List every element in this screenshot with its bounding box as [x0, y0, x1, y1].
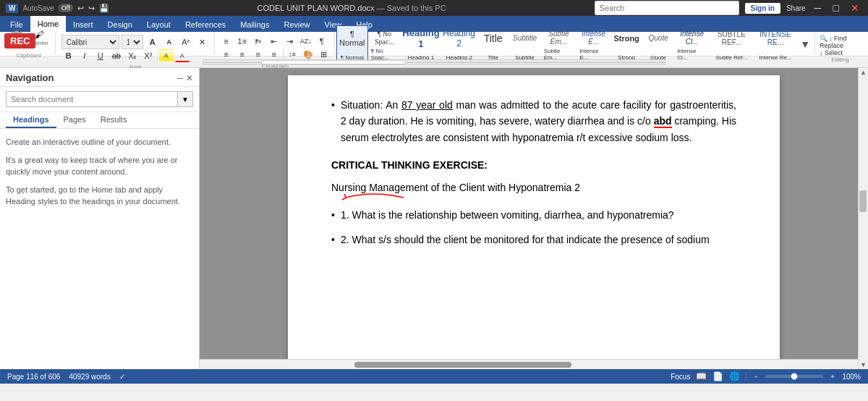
nav-tabs: Headings Pages Results: [0, 112, 199, 129]
style-subtle-ref[interactable]: Subtle Ref... Subtle Ref...: [710, 25, 754, 63]
style-no-spacing[interactable]: ¶ No Spac... ¶ No Spac...: [368, 25, 401, 63]
nav-panel-header: Navigation ─ ✕: [0, 68, 199, 87]
nav-body: Create an interactive outline of your do…: [0, 129, 199, 221]
replace-button[interactable]: Replace: [820, 42, 861, 49]
style-quote[interactable]: Quote Quote: [642, 25, 674, 63]
find-button[interactable]: 🔍 ↓ Find: [820, 35, 861, 42]
print-layout-icon[interactable]: 📄: [712, 371, 723, 381]
read-mode-icon[interactable]: 📖: [696, 371, 707, 381]
bullets-button[interactable]: ≡: [219, 35, 234, 48]
tab-insert[interactable]: Insert: [66, 17, 101, 32]
nav-search-button[interactable]: ▼: [178, 91, 193, 107]
redo-icon[interactable]: ↪: [88, 4, 95, 13]
highlight-button[interactable]: A: [159, 49, 174, 62]
q2-num: 2.: [341, 234, 349, 245]
h-scroll-thumb[interactable]: [354, 362, 571, 368]
zoom-in-button[interactable]: ＋: [829, 371, 836, 381]
vertical-scrollbar[interactable]: ▲ ▼: [858, 68, 868, 369]
style-subtitle[interactable]: Subtitle Subtitle: [509, 25, 541, 63]
scroll-up-button[interactable]: ▲: [859, 68, 868, 77]
nav-minimize-button[interactable]: ─: [176, 73, 183, 83]
doc-check-icon: ✓: [119, 373, 125, 381]
style-heading2[interactable]: Heading 2 Heading 2: [441, 25, 477, 63]
zoom-out-button[interactable]: －: [752, 371, 760, 381]
styles-expand-button[interactable]: ▼: [797, 25, 813, 63]
nav-tab-headings[interactable]: Headings: [6, 112, 56, 128]
clipboard-label: Clipboard: [17, 52, 41, 59]
close-button[interactable]: ✕: [848, 2, 862, 14]
numbering-button[interactable]: 1≡: [235, 35, 250, 48]
nav-search-input[interactable]: [6, 91, 178, 107]
q1-label: What is the relationship between vomitin…: [352, 209, 673, 221]
page-info: Page 116 of 606: [7, 373, 60, 381]
nav-panel-title: Navigation: [6, 72, 54, 83]
saved-status: —: [377, 4, 387, 12]
nav-hint2: It's a great way to keep track of where …: [6, 154, 193, 178]
style-normal[interactable]: ¶ Normal ¶ Normal: [336, 25, 368, 63]
zoom-handle[interactable]: [791, 373, 798, 380]
style-intense-cl[interactable]: Intense Cl... Intense Cl...: [674, 25, 710, 63]
nav-tab-results[interactable]: Results: [93, 112, 135, 128]
scroll-track: [859, 77, 868, 360]
sign-in-button[interactable]: Sign in: [745, 3, 780, 14]
web-layout-icon[interactable]: 🌐: [729, 371, 740, 381]
style-intense-em[interactable]: Intense E... Intense E...: [576, 25, 610, 63]
title-bar-center: CODEL UNIT PLAN WORD.docx — Saved to thi…: [109, 4, 595, 12]
filename: CODEL UNIT PLAN WORD.docx: [258, 4, 375, 12]
numbered-questions: • 1. What is the relationship between vo…: [331, 207, 736, 248]
bold-button[interactable]: B: [61, 49, 76, 62]
tab-mailings[interactable]: Mailings: [233, 17, 276, 32]
font-name-select[interactable]: Calibri: [61, 35, 119, 49]
editing-group: 🔍 ↓ Find Replace ↓ Select Editing: [814, 33, 865, 54]
zoom-slider[interactable]: [765, 375, 823, 378]
nav-close-button[interactable]: ✕: [186, 73, 193, 83]
document-area[interactable]: ▲ ▼ • Situation: An 87 year old man was …: [200, 68, 868, 369]
style-strong[interactable]: Strong Strong: [610, 25, 642, 63]
zoom-percent: 100%: [842, 373, 861, 381]
increase-indent-button[interactable]: ⇥: [283, 35, 297, 48]
multilevel-button[interactable]: ⁋≡: [251, 35, 265, 48]
font-color-button[interactable]: A: [175, 49, 190, 62]
save-icon[interactable]: 💾: [99, 4, 109, 13]
status-bar-left: Page 116 of 606 40929 words ✓: [7, 373, 125, 381]
share-button[interactable]: Share: [786, 4, 806, 12]
q2-label: What s/s should the client be monitored …: [352, 234, 709, 245]
show-hide-button[interactable]: ¶: [315, 35, 329, 48]
focus-button[interactable]: Focus: [671, 373, 690, 381]
autosave-toggle[interactable]: Off: [59, 4, 73, 12]
font-size-select[interactable]: 11: [122, 35, 143, 49]
tab-review[interactable]: Review: [277, 17, 318, 32]
decrease-indent-button[interactable]: ⇤: [267, 35, 281, 48]
para-sep: [283, 48, 284, 59]
font-shrink-button[interactable]: A: [162, 35, 176, 48]
minimize-button[interactable]: ─: [812, 2, 825, 14]
strikethrough-button[interactable]: ab: [109, 49, 124, 62]
style-intense-re[interactable]: Intense Re... Intense Re...: [754, 25, 797, 63]
clear-format-button[interactable]: ✕: [195, 35, 210, 48]
select-button[interactable]: ↓ Select: [820, 49, 861, 56]
bullet-text-1: Situation: An 87 year old man was admitt…: [341, 97, 736, 145]
maximize-button[interactable]: □: [830, 2, 842, 14]
global-search-input[interactable]: [595, 1, 739, 15]
font-grow-button[interactable]: A: [145, 35, 160, 48]
style-heading1[interactable]: Heading 1 Heading 1: [401, 25, 441, 63]
superscript-button[interactable]: X²: [141, 49, 156, 62]
change-case-button[interactable]: Aᵃ: [179, 35, 193, 48]
horizontal-scrollbar[interactable]: [200, 359, 858, 369]
nav-panel-controls: ─ ✕: [176, 73, 193, 83]
tab-references[interactable]: References: [178, 17, 233, 32]
italic-button[interactable]: I: [77, 49, 92, 62]
undo-icon[interactable]: ↩: [77, 4, 84, 13]
nav-tab-pages[interactable]: Pages: [56, 112, 93, 128]
scroll-handle[interactable]: [859, 190, 867, 212]
subscript-button[interactable]: X₂: [125, 49, 140, 62]
status-bar: Page 116 of 606 40929 words ✓ Focus 📖 📄 …: [0, 369, 868, 384]
scroll-down-button[interactable]: ▼: [859, 360, 868, 369]
tab-design[interactable]: Design: [101, 17, 140, 32]
tab-layout[interactable]: Layout: [140, 17, 178, 32]
underline-button[interactable]: U: [93, 49, 108, 62]
sort-button[interactable]: AZ↓: [299, 35, 313, 48]
style-subtle-em[interactable]: Subtle Em... Subtle Em...: [541, 25, 577, 63]
style-title[interactable]: Title Title: [477, 25, 509, 63]
q1-bullet: •: [331, 207, 335, 223]
